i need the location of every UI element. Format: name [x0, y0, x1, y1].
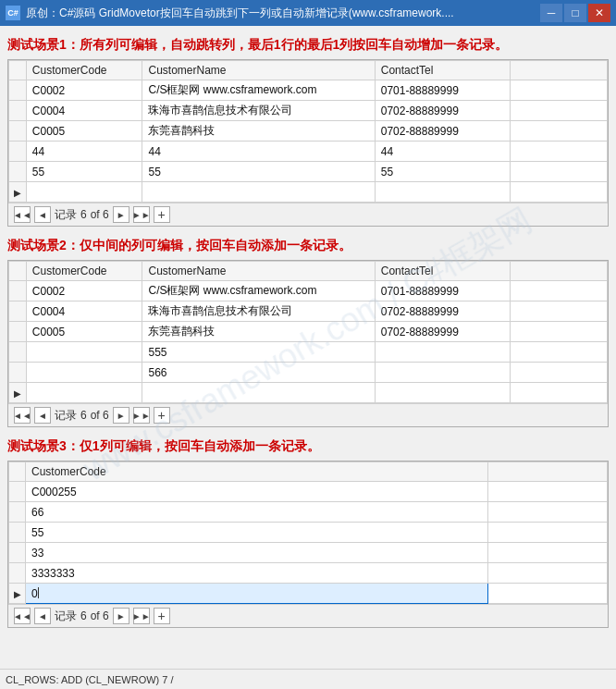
- table-row-empty[interactable]: ▶: [9, 383, 608, 403]
- cell-name[interactable]: C/S框架网 www.csframework.com: [142, 80, 375, 101]
- cell-name[interactable]: 珠海市喜鹊信息技术有限公司: [142, 301, 375, 322]
- cell-extra-empty: [511, 182, 608, 203]
- cell-tel: 0702-88889999: [375, 301, 511, 322]
- cell-code[interactable]: 44: [26, 141, 142, 162]
- cell-code[interactable]: C0002: [26, 80, 142, 101]
- section2-th-extra: [511, 262, 608, 281]
- cell-name[interactable]: 东莞喜鹊科技: [142, 121, 375, 141]
- table-row[interactable]: 555: [9, 342, 608, 363]
- cell-tel: [375, 363, 511, 383]
- cell-tel[interactable]: 44: [375, 141, 511, 162]
- cell-name[interactable]: 44: [142, 141, 375, 162]
- cell-code-editing[interactable]: 0: [26, 584, 488, 604]
- section2-header: 测试场景2：仅中间的列可编辑，按回车自动添加一条记录。: [7, 238, 609, 254]
- next-page-button-2[interactable]: ►: [113, 407, 129, 424]
- cell-extra: [511, 101, 608, 121]
- row-arrow-icon: ▶: [14, 188, 21, 198]
- section1-th-tel: ContactTel: [375, 61, 511, 80]
- next-page-button[interactable]: ►: [113, 206, 129, 223]
- status-text: CL_ROWS: ADD (CL_NEWROW) 7 /: [6, 674, 174, 685]
- cell-extra: [488, 482, 608, 502]
- table-row[interactable]: C0002 C/S框架网 www.csframework.com 0701-88…: [9, 281, 608, 301]
- table-row-empty[interactable]: ▶: [9, 182, 608, 203]
- table-row[interactable]: 566: [9, 363, 608, 383]
- section3-th-extra: [488, 462, 608, 482]
- section1-grid: CustomerCode CustomerName ContactTel C00…: [7, 59, 609, 227]
- cell-code-empty[interactable]: [26, 182, 142, 203]
- table-row[interactable]: 55: [9, 523, 608, 543]
- cell-name-empty[interactable]: [142, 182, 375, 203]
- cell-extra: [511, 342, 608, 363]
- first-page-button-2[interactable]: ◄◄: [14, 407, 31, 424]
- cell-code[interactable]: 66: [26, 502, 488, 523]
- section2-grid-scroll[interactable]: CustomerCode CustomerName ContactTel C00…: [8, 261, 608, 403]
- cell-code[interactable]: 55: [26, 523, 488, 543]
- last-page-button[interactable]: ►►: [133, 206, 150, 223]
- cell-code[interactable]: 55: [26, 162, 142, 182]
- table-row[interactable]: C0005 东莞喜鹊科技 0702-88889999: [9, 121, 608, 141]
- section1-th-extra: [511, 61, 608, 80]
- last-page-button-2[interactable]: ►►: [133, 407, 150, 424]
- row-indicator: [9, 80, 27, 101]
- table-row[interactable]: 3333333: [9, 563, 608, 584]
- minimize-button[interactable]: ─: [540, 4, 562, 22]
- table-row[interactable]: 44 44 44: [9, 141, 608, 162]
- table-row[interactable]: C000255: [9, 482, 608, 502]
- cell-code[interactable]: 33: [26, 543, 488, 563]
- cell-name-empty[interactable]: [142, 383, 375, 403]
- cursor: [38, 587, 42, 598]
- table-row-editing[interactable]: ▶ 0: [9, 584, 608, 604]
- prev-page-button-2[interactable]: ◄: [34, 407, 51, 424]
- table-row[interactable]: 55 55 55: [9, 162, 608, 182]
- next-page-button-3[interactable]: ►: [113, 608, 129, 624]
- window-title: 原创：C#源码 GridMovetor按回车自动跳到下一列或自动新增记录(www…: [26, 6, 540, 21]
- row-indicator: [9, 563, 26, 584]
- cell-code[interactable]: C0005: [26, 121, 142, 141]
- add-record-button[interactable]: +: [154, 206, 170, 223]
- cell-name[interactable]: 555: [142, 342, 375, 363]
- table-row[interactable]: C0004 珠海市喜鹊信息技术有限公司 0702-88889999: [9, 101, 608, 121]
- section3-grid-scroll[interactable]: CustomerCode C000255 66: [8, 461, 608, 604]
- cell-name[interactable]: 55: [142, 162, 375, 182]
- cell-name[interactable]: 东莞喜鹊科技: [142, 322, 375, 342]
- cell-name[interactable]: 珠海市喜鹊信息技术有限公司: [142, 101, 375, 121]
- cell-tel-empty[interactable]: [375, 182, 511, 203]
- row-indicator: [9, 281, 27, 301]
- editing-value: 0: [31, 587, 38, 600]
- cell-tel[interactable]: 0702-88889999: [375, 101, 511, 121]
- prev-page-button-3[interactable]: ◄: [34, 608, 51, 624]
- section3-grid: CustomerCode C000255 66: [7, 461, 609, 628]
- pagination-current-3: 6: [80, 609, 87, 622]
- cell-code[interactable]: C000255: [26, 482, 488, 502]
- cell-tel[interactable]: 0702-88889999: [375, 121, 511, 141]
- close-button[interactable]: ✕: [588, 4, 610, 22]
- table-row[interactable]: C0004 珠海市喜鹊信息技术有限公司 0702-88889999: [9, 301, 608, 322]
- cell-tel[interactable]: 55: [375, 162, 511, 182]
- cell-tel[interactable]: 0701-88889999: [375, 80, 511, 101]
- table-row[interactable]: 66: [9, 502, 608, 523]
- app-icon: C#: [6, 6, 20, 20]
- section1-grid-scroll[interactable]: CustomerCode CustomerName ContactTel C00…: [8, 60, 608, 203]
- add-record-button-2[interactable]: +: [154, 407, 170, 424]
- cell-code: C0004: [26, 301, 142, 322]
- section3-th-indicator: [9, 462, 26, 482]
- last-page-button-3[interactable]: ►►: [133, 608, 150, 624]
- cell-tel: [375, 342, 511, 363]
- cell-code[interactable]: C0004: [26, 101, 142, 121]
- first-page-button[interactable]: ◄◄: [14, 206, 31, 223]
- prev-page-button[interactable]: ◄: [34, 206, 51, 223]
- section2-th-name: CustomerName: [142, 262, 375, 281]
- cell-name[interactable]: 566: [142, 363, 375, 383]
- row-indicator: [9, 482, 26, 502]
- table-row[interactable]: C0002 C/S框架网 www.csframework.com 0701-88…: [9, 80, 608, 101]
- table-row[interactable]: C0005 东莞喜鹊科技 0702-88889999: [9, 322, 608, 342]
- row-indicator: [9, 502, 26, 523]
- maximize-button[interactable]: □: [564, 4, 586, 22]
- add-record-button-3[interactable]: +: [154, 608, 170, 624]
- cell-code[interactable]: 3333333: [26, 563, 488, 584]
- table-row[interactable]: 33: [9, 543, 608, 563]
- cell-name[interactable]: C/S框架网 www.csframework.com: [142, 281, 375, 301]
- cell-code-empty: [26, 383, 142, 403]
- first-page-button-3[interactable]: ◄◄: [14, 608, 31, 624]
- window-controls: ─ □ ✕: [540, 4, 610, 22]
